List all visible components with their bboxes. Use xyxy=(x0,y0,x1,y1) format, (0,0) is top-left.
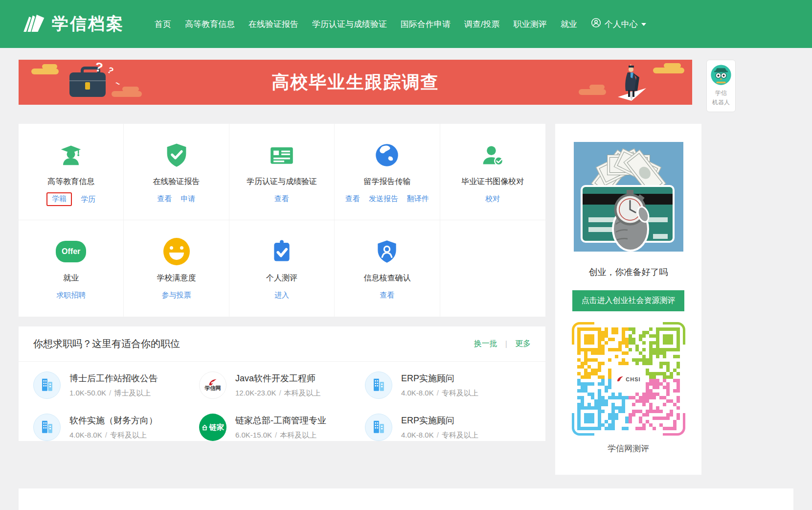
link-proofread[interactable]: 校对 xyxy=(485,194,500,204)
job-education: 专科及以上 xyxy=(110,431,147,439)
service-card-personal-assessment: 个人测评 进入 xyxy=(229,220,335,317)
job-listing[interactable]: 博士后工作站招收公告 1.0K-50.0K/博士及以上 xyxy=(33,371,199,399)
chsi-center-logo: CHSI xyxy=(612,374,644,384)
shield-check-icon xyxy=(163,141,190,169)
smiley-icon xyxy=(163,238,190,265)
chsi-robot-widget[interactable]: 学信 机器人 xyxy=(706,60,736,112)
link-translation[interactable]: 翻译件 xyxy=(407,194,429,204)
globe-icon xyxy=(374,141,400,169)
job-salary: 4.0K-8.0K xyxy=(69,431,102,439)
lianjia-logo-icon: 链家 xyxy=(199,414,226,441)
qr-code: CHSI xyxy=(574,324,683,434)
link-view-report[interactable]: 查看 xyxy=(158,194,172,204)
service-title: 毕业证书图像校对 xyxy=(461,177,524,187)
nav-item-online-verification[interactable]: 在线验证报告 xyxy=(248,19,298,30)
job-salary: 1.0K-50.0K xyxy=(69,389,106,397)
person-circle-icon xyxy=(591,18,601,30)
job-title[interactable]: ERP实施顾问 xyxy=(401,415,478,426)
promo-caption: 创业，你准备好了吗 xyxy=(555,266,701,278)
page: 学信档案 首页 高等教育信息 在线验证报告 学历认证与成绩验证 国际合作申请 调… xyxy=(0,0,812,510)
link-enter-assessment[interactable]: 进入 xyxy=(274,291,289,300)
job-salary: 4.0K-8.0K xyxy=(401,389,434,397)
link-view-verification[interactable]: 查看 xyxy=(380,291,394,300)
graduate-cap-person-icon xyxy=(58,141,84,169)
banner-row: ? ? ~ 高校毕业生跟踪调查 xyxy=(19,60,793,112)
job-listing[interactable]: 链家 链家总部-工商管理专业 6.0K-15.0K/本科及以上 xyxy=(199,414,365,441)
main-content: 高等教育信息 学籍 学历 在线验证报告 xyxy=(19,124,793,475)
building-logo-icon xyxy=(33,371,61,399)
building-logo-icon xyxy=(365,414,392,441)
nav-item-survey-vote[interactable]: 调查/投票 xyxy=(464,19,500,30)
job-meta: 4.0K-8.0K/专科及以上 xyxy=(401,389,478,398)
chsi-bird-icon xyxy=(616,376,624,382)
service-card-online-verification-report: 在线验证报告 查看 申请 xyxy=(124,124,229,220)
chsi-logo-icon: 学信网 xyxy=(199,371,226,399)
clipboard-check-icon xyxy=(270,238,294,265)
nav-item-international-cooperation[interactable]: 国际合作申请 xyxy=(401,19,451,30)
job-title[interactable]: 软件实施（财务方向） xyxy=(69,415,158,426)
services-panel: 高等教育信息 学籍 学历 在线验证报告 xyxy=(19,124,545,317)
job-meta: 4.0K-8.0K/专科及以上 xyxy=(69,431,158,440)
left-column: 高等教育信息 学籍 学历 在线验证报告 xyxy=(19,124,545,441)
cloud-shape xyxy=(579,89,606,95)
service-title: 高等教育信息 xyxy=(47,177,94,187)
graduate-on-paper-plane-illustration xyxy=(604,63,649,105)
job-education: 专科及以上 xyxy=(442,431,478,439)
job-education: 本科及以上 xyxy=(284,389,321,397)
service-title: 信息核查确认 xyxy=(363,273,410,283)
job-meta: 4.0K-8.0K/专科及以上 xyxy=(401,431,478,440)
robot-widget-label: 学信 机器人 xyxy=(709,89,733,107)
job-meta: 6.0K-15.0K/本科及以上 xyxy=(235,431,326,440)
id-card-icon xyxy=(268,141,295,169)
job-title[interactable]: Java软件开发工程师 xyxy=(235,372,321,384)
site-logo-text: 学信档案 xyxy=(52,13,124,35)
nav-item-higher-education[interactable]: 高等教育信息 xyxy=(185,19,235,30)
startup-promo-image[interactable] xyxy=(574,142,683,252)
startup-assessment-button[interactable]: 点击进入创业社会资源测评 xyxy=(572,290,684,311)
service-title: 在线验证报告 xyxy=(153,177,200,187)
service-card-higher-education-info: 高等教育信息 学籍 学历 xyxy=(19,124,124,220)
service-title: 留学报告传输 xyxy=(363,177,410,187)
link-send-report[interactable]: 发送报告 xyxy=(369,194,398,204)
link-xueji[interactable]: 学籍 xyxy=(46,192,72,206)
service-title: 学历认证与成绩验证 xyxy=(247,177,317,187)
job-education: 博士及以上 xyxy=(114,389,151,397)
survey-banner[interactable]: ? ? ~ 高校毕业生跟踪调查 xyxy=(19,60,692,105)
owl-robot-icon xyxy=(710,64,732,86)
link-apply-report[interactable]: 申请 xyxy=(181,194,196,204)
link-view-abroad[interactable]: 查看 xyxy=(345,194,360,204)
service-card-credential-authentication: 学历认证与成绩验证 查看 xyxy=(229,124,335,220)
jobs-section-title: 你想求职吗？这里有适合你的职位 xyxy=(33,337,180,350)
nav-item-home[interactable]: 首页 xyxy=(155,19,171,30)
nav-item-employment[interactable]: 就业 xyxy=(561,19,577,30)
job-listing[interactable]: 软件实施（财务方向） 4.0K-8.0K/专科及以上 xyxy=(33,414,199,441)
building-logo-icon xyxy=(365,371,392,399)
qr-caption: 学信网测评 xyxy=(555,443,701,454)
link-xueli[interactable]: 学历 xyxy=(81,195,95,204)
offer-badge-icon: Offer xyxy=(56,238,86,265)
job-salary: 12.0K-23.0K xyxy=(235,389,276,397)
service-card-info-verification: 信息核查确认 查看 xyxy=(335,220,440,317)
hand-holding-stopwatch-illustration xyxy=(600,187,661,252)
user-menu-label: 个人中心 xyxy=(605,19,638,30)
nav-item-credential-authentication[interactable]: 学历认证与成绩验证 xyxy=(312,19,387,30)
link-vote[interactable]: 参与投票 xyxy=(162,291,191,300)
nav-item-career-assessment[interactable]: 职业测评 xyxy=(514,19,547,30)
refresh-jobs-link[interactable]: 换一批 xyxy=(474,339,497,349)
user-menu[interactable]: 个人中心 xyxy=(591,18,646,30)
job-listing[interactable]: ERP实施顾问 4.0K-8.0K/专科及以上 xyxy=(365,371,531,399)
job-title[interactable]: 链家总部-工商管理专业 xyxy=(235,415,326,426)
link-job-search[interactable]: 求职招聘 xyxy=(56,291,86,300)
site-logo[interactable]: 学信档案 xyxy=(20,12,124,36)
more-jobs-link[interactable]: 更多 xyxy=(515,339,531,349)
job-listing[interactable]: 学信网 Java软件开发工程师 12.0K-23.0K/本科及以上 xyxy=(199,371,365,399)
job-title[interactable]: 博士后工作站招收公告 xyxy=(69,372,158,384)
job-listing[interactable]: ERP实施顾问 4.0K-8.0K/专科及以上 xyxy=(365,414,531,441)
link-view-authentication[interactable]: 查看 xyxy=(274,194,289,204)
chevron-down-icon xyxy=(641,23,646,26)
service-card-diploma-photo-check: 毕业证书图像校对 校对 xyxy=(440,124,545,220)
person-check-icon xyxy=(479,141,506,169)
job-title[interactable]: ERP实施顾问 xyxy=(401,372,478,384)
job-education: 专科及以上 xyxy=(442,389,478,397)
book-fan-icon xyxy=(20,12,45,36)
